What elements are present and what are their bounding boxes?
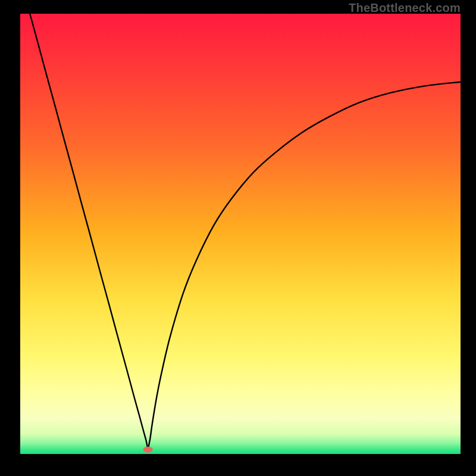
chart-svg bbox=[20, 14, 461, 454]
chart-frame: TheBottleneck.com bbox=[0, 0, 476, 476]
minimum-marker bbox=[143, 446, 152, 452]
plot-area bbox=[20, 14, 461, 454]
watermark-text: TheBottleneck.com bbox=[349, 1, 461, 15]
gradient-background bbox=[20, 14, 461, 454]
